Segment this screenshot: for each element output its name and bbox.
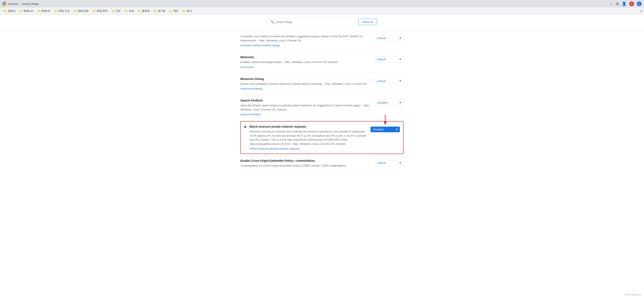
- flag-control-memories-debug: Default Enabled Disabled: [374, 77, 404, 84]
- folder-icon: 📁: [54, 10, 58, 13]
- bookmark-label: 京东: [116, 9, 121, 13]
- flag-item-coep: Enable Cross-Origin-Embedder-Policy: cre…: [240, 155, 404, 174]
- bookmark-item[interactable]: 📁京东: [110, 8, 122, 14]
- flag-content-coep: Enable Cross-Origin-Embedder-Policy: cre…: [240, 159, 370, 169]
- bookmark-label: 客户端: [158, 9, 165, 13]
- bookmark-label: 算法: [187, 9, 192, 13]
- flag-select-block-insecure[interactable]: Default Enabled Disabled: [370, 126, 400, 132]
- flag-desc-omnibox: If enabled, uses WebUI to render the omn…: [240, 34, 370, 42]
- avatar-circle2[interactable]: J: [637, 2, 642, 6]
- flag-control-memories: Default Enabled Disabled: [374, 56, 404, 62]
- search-area: 🔍 Reset all: [0, 15, 644, 30]
- avatar-circle[interactable]: A: [629, 2, 634, 6]
- flag-content-memories: Memories Enables chrome://history/journe…: [240, 56, 370, 69]
- search-input[interactable]: [276, 20, 352, 24]
- search-icon: 🔍: [270, 20, 274, 24]
- bookmark-item[interactable]: 📁前端-H5: [35, 8, 52, 14]
- flags-list: If enabled, uses WebUI to render the omn…: [236, 30, 408, 174]
- folder-icon: 📁: [73, 10, 77, 13]
- flag-select-memories[interactable]: Default Enabled Disabled: [374, 56, 404, 62]
- folder-icon: 📁: [182, 10, 186, 13]
- flag-title-memories-debug: Memories Debug: [240, 77, 370, 80]
- flag-title-block-insecure: Block insecure private network requests.: [250, 125, 367, 128]
- bookmark-item[interactable]: 📁前端-性能: [72, 8, 90, 14]
- watermark: CSDN @Jemmy: [623, 293, 642, 296]
- flag-content-memories-debug: Memories Debug Shows visit metadata in c…: [240, 77, 370, 90]
- folder-icon: 📁: [169, 10, 172, 13]
- bookmark-item[interactable]: 📁其他: [123, 8, 136, 14]
- star-icon[interactable]: ☆: [610, 2, 613, 6]
- search-box-container: 🔍: [267, 18, 355, 26]
- flag-dot-block-insecure: [244, 126, 246, 128]
- reset-all-button[interactable]: Reset all: [358, 18, 377, 25]
- bookmark-label: 前端-工具: [58, 9, 70, 13]
- folder-icon: 📁: [3, 10, 7, 13]
- bookmark-item[interactable]: 📁前端-css: [18, 8, 35, 14]
- flag-item-block-insecure-wrapper: Block insecure private network requests.…: [240, 121, 404, 154]
- tab-url: chrome://flags: [22, 2, 39, 6]
- flag-desc-coep: Credentialless is a Cross-Origin-Embedde…: [240, 164, 370, 168]
- folder-icon: 📁: [19, 10, 23, 13]
- bookmark-item[interactable]: 📁服务端: [136, 8, 151, 14]
- bookmark-label: 服务端: [142, 9, 150, 13]
- arrow-indicator: [383, 114, 388, 126]
- bookmarks-overflow[interactable]: »: [640, 9, 642, 13]
- flag-item-block-insecure: Block insecure private network requests.…: [240, 121, 404, 154]
- flag-link-omnibox[interactable]: #omnibox-webui-omnibox-popup: [240, 44, 280, 47]
- title-bar: Chrome | chrome://flags ☆ ⊞ 👤 A J: [0, 0, 644, 8]
- bookmark-item[interactable]: 📁客户端: [152, 8, 167, 14]
- tab-separator: |: [19, 2, 20, 6]
- flag-desc-block-insecure: Prevents non-secure contexts from making…: [250, 130, 367, 146]
- folder-icon: 📁: [92, 10, 96, 13]
- bookmark-label: 前端-js: [8, 9, 16, 13]
- flag-link-memories-debug[interactable]: #memories-debug: [240, 87, 262, 90]
- flag-title-memories: Memories: [240, 56, 370, 59]
- flag-item-search-prefetch: Search Prefetch Allow the default search…: [240, 94, 404, 120]
- flag-item-omnibox: If enabled, uses WebUI to render the omn…: [240, 30, 404, 51]
- chrome-favicon: [2, 2, 6, 6]
- bookmark-label: 项目: [174, 9, 178, 13]
- flag-desc-memories-debug: Shows visit metadata in chrome://history…: [240, 82, 370, 86]
- flag-content-omnibox: If enabled, uses WebUI to render the omn…: [240, 34, 370, 47]
- flag-desc-search-prefetch: Allow the default search engine to speci…: [240, 104, 370, 112]
- account-icon[interactable]: 👤: [622, 2, 626, 6]
- flag-select-search-prefetch[interactable]: Default Enabled Disabled: [374, 100, 404, 106]
- down-arrow-svg: [383, 114, 388, 125]
- flag-control-coep: Default Enabled Disabled: [374, 159, 404, 166]
- flag-control-omnibox: Default Enabled Disabled: [374, 34, 404, 41]
- flag-select-memories-debug[interactable]: Default Enabled Disabled: [374, 78, 404, 84]
- flag-title-search-prefetch: Search Prefetch: [240, 99, 370, 102]
- toolbar-icons: ☆ ⊞ 👤 A J: [610, 2, 642, 6]
- flag-link-memories[interactable]: #memories: [240, 66, 254, 69]
- bookmark-label: 前端-零碎: [97, 9, 108, 13]
- extensions-icon[interactable]: ⊞: [616, 2, 619, 6]
- folder-icon: 📁: [111, 10, 115, 13]
- flag-content-search-prefetch: Search Prefetch Allow the default search…: [240, 99, 370, 116]
- flag-item-memories: Memories Enables chrome://history/journe…: [240, 51, 404, 73]
- bookmark-item[interactable]: 📁前端-零碎: [90, 8, 109, 14]
- tab-title: Chrome: [8, 2, 18, 6]
- bookmark-label: 前端-css: [24, 9, 33, 13]
- bookmark-item[interactable]: 📁前端-js: [2, 8, 17, 14]
- flag-inner-block-insecure: Block insecure private network requests.…: [244, 125, 400, 150]
- bookmark-label: 前端-H5: [42, 9, 50, 13]
- folder-icon: 📁: [153, 10, 157, 13]
- bookmark-item[interactable]: 📁前端-工具: [52, 8, 71, 14]
- svg-marker-3: [384, 121, 387, 125]
- bookmark-label: 前端-性能: [78, 9, 88, 13]
- bookmark-item[interactable]: 📁项目: [168, 8, 180, 14]
- flag-content-block-insecure: Block insecure private network requests.…: [250, 125, 367, 150]
- flag-title-coep: Enable Cross-Origin-Embedder-Policy: cre…: [240, 159, 370, 162]
- bookmark-item[interactable]: 📁算法: [180, 8, 193, 14]
- flag-desc-memories: Enables chrome://history/journeys. – Mac…: [240, 60, 370, 64]
- bookmarks-container: 📁前端-js📁前端-css📁前端-H5📁前端-工具📁前端-性能📁前端-零碎📁京东…: [2, 8, 193, 14]
- bookmarks-bar: 📁前端-js📁前端-css📁前端-H5📁前端-工具📁前端-性能📁前端-零碎📁京东…: [0, 8, 644, 15]
- folder-icon: 📁: [138, 10, 141, 13]
- flag-control-search-prefetch: Default Enabled Disabled: [374, 99, 404, 106]
- flag-link-search-prefetch[interactable]: #search-prefetch: [240, 113, 261, 116]
- folder-icon: 📁: [37, 10, 40, 13]
- flag-select-omnibox[interactable]: Default Enabled Disabled: [374, 35, 404, 41]
- flag-select-coep[interactable]: Default Enabled Disabled: [374, 160, 404, 166]
- flag-link-block-insecure[interactable]: #block-insecure-private-network-requests: [250, 147, 300, 150]
- folder-icon: 📁: [124, 10, 128, 13]
